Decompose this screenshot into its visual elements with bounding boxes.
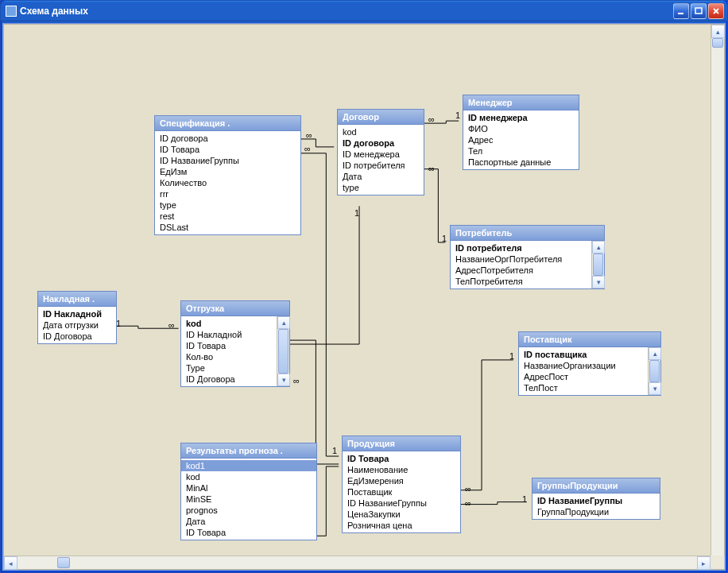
field[interactable]: Тел bbox=[463, 145, 579, 157]
entity-consumer[interactable]: Потребитель ID потребителя НазваниеОргПо… bbox=[450, 225, 605, 289]
field[interactable]: type bbox=[155, 199, 300, 211]
scroll-down-button[interactable]: ▾ bbox=[277, 374, 290, 386]
field[interactable]: Type bbox=[181, 362, 277, 374]
field[interactable]: ID НазваниеГруппы bbox=[343, 498, 460, 509]
field-pk[interactable]: kod bbox=[181, 318, 277, 329]
entity-title[interactable]: Отгрузка bbox=[181, 301, 289, 316]
field[interactable]: Паспортные данные bbox=[463, 157, 579, 168]
entity-title[interactable]: Поставщик bbox=[519, 332, 660, 347]
entity-manager[interactable]: Менеджер ID менеджера ФИО Адрес Тел Пасп… bbox=[463, 95, 579, 170]
field[interactable]: type bbox=[338, 182, 424, 193]
field[interactable]: ЕдИзм bbox=[155, 166, 300, 177]
field[interactable]: ID Товара bbox=[155, 144, 300, 155]
entity-supplier[interactable]: Поставщик ID поставщика НазваниеОрганиза… bbox=[518, 331, 661, 396]
field[interactable]: НазваниеОргПотребителя bbox=[451, 254, 591, 265]
entity-title[interactable]: Спецификация . bbox=[155, 116, 300, 131]
entity-scrollbar[interactable]: ▴ ▾ bbox=[591, 241, 604, 288]
scroll-up-button[interactable]: ▴ bbox=[592, 241, 605, 254]
field[interactable]: ID Накладной bbox=[181, 329, 277, 340]
entity-specification[interactable]: Спецификация . ID договора ID Товара ID … bbox=[154, 115, 301, 235]
rel-card: ∞ bbox=[306, 130, 312, 140]
field-pk[interactable]: ID Накладной bbox=[38, 308, 116, 319]
field[interactable]: Кол-во bbox=[181, 351, 277, 362]
rel-card: 1 bbox=[509, 351, 514, 361]
field[interactable]: ЦенаЗакупки bbox=[343, 509, 460, 520]
entity-contract[interactable]: Договор kod ID договора ID менеджера ID … bbox=[337, 109, 424, 196]
field[interactable]: kod bbox=[338, 126, 424, 137]
field-pk[interactable]: ID потребителя bbox=[451, 242, 591, 254]
minimize-button[interactable] bbox=[673, 3, 689, 19]
field-pk[interactable]: ID НазваниеГруппы bbox=[532, 495, 660, 506]
scroll-up-button[interactable]: ▴ bbox=[277, 316, 290, 329]
entity-field-list: ID НазваниеГруппы ГруппаПродукции bbox=[532, 494, 660, 519]
field[interactable]: MinAl bbox=[181, 482, 316, 494]
entity-field-list: ID Накладной Дата отгрузки ID Договора bbox=[38, 307, 116, 343]
svg-rect-0 bbox=[678, 13, 683, 14]
field[interactable]: ID Договора bbox=[38, 331, 116, 342]
entity-productgroup[interactable]: ГруппыПродукции ID НазваниеГруппы Группа… bbox=[532, 478, 660, 520]
maximize-button[interactable] bbox=[691, 3, 707, 19]
field[interactable]: Дата bbox=[181, 516, 316, 527]
entity-title[interactable]: ГруппыПродукции bbox=[532, 478, 660, 494]
field[interactable]: ID НазваниеГруппы bbox=[155, 155, 300, 166]
scroll-up-button[interactable]: ▴ bbox=[711, 25, 725, 38]
field[interactable]: ID Товара bbox=[181, 340, 277, 351]
field-pk[interactable]: ID договора bbox=[338, 137, 424, 149]
field[interactable]: ФИО bbox=[463, 123, 579, 134]
entity-product[interactable]: Продукция ID Товара Наименование ЕдИзмер… bbox=[342, 436, 461, 533]
field[interactable]: АдресПотребителя bbox=[451, 265, 591, 276]
field[interactable]: rest bbox=[155, 211, 300, 222]
scroll-right-button[interactable]: ▸ bbox=[697, 556, 711, 570]
entity-forecast[interactable]: Результаты прогноза . kod1 kod MinAl Min… bbox=[180, 443, 317, 540]
entity-title[interactable]: Договор bbox=[338, 110, 424, 125]
field-pk[interactable]: ID Товара bbox=[343, 453, 460, 464]
entity-scrollbar[interactable]: ▴ ▾ bbox=[277, 316, 289, 386]
field[interactable]: Наименование bbox=[343, 464, 460, 475]
scroll-down-button[interactable]: ▾ bbox=[592, 276, 605, 288]
field[interactable]: DSLast bbox=[155, 222, 300, 233]
field[interactable]: АдресПост bbox=[519, 371, 648, 382]
scroll-down-button[interactable]: ▾ bbox=[649, 382, 661, 395]
field[interactable]: Розничная цена bbox=[343, 520, 460, 531]
field-pk[interactable]: ID менеджера bbox=[463, 112, 579, 123]
field[interactable]: ID договора bbox=[155, 133, 300, 144]
titlebar[interactable]: Схема данных bbox=[1, 1, 727, 21]
field[interactable]: rrr bbox=[155, 188, 300, 199]
scroll-left-button[interactable]: ◂ bbox=[4, 556, 17, 570]
field[interactable]: Дата отгрузки bbox=[38, 319, 116, 331]
field[interactable]: ГруппаПродукции bbox=[532, 506, 660, 517]
entity-shipment[interactable]: Отгрузка kod ID Накладной ID Товара Кол-… bbox=[180, 300, 290, 387]
field[interactable]: ЕдИзмерения bbox=[343, 475, 460, 486]
canvas-vertical-scrollbar[interactable]: ▴ ▾ bbox=[711, 25, 724, 569]
field[interactable]: prognos bbox=[181, 505, 316, 516]
entity-title[interactable]: Менеджер bbox=[463, 95, 579, 110]
entity-invoice[interactable]: Накладная . ID Накладной Дата отгрузки I… bbox=[37, 291, 117, 344]
field[interactable]: ID менеджера bbox=[338, 149, 424, 160]
client-area: ∞ 1 ∞ 1 ∞ 1 1 ∞ 1 ∞ 1 ∞ ∞ 1 ∞ 1 Специфик… bbox=[2, 23, 726, 571]
field[interactable]: ID Товара bbox=[181, 527, 316, 538]
entity-title[interactable]: Потребитель bbox=[451, 226, 604, 241]
close-button[interactable] bbox=[708, 3, 724, 19]
entity-title[interactable]: Продукция bbox=[343, 436, 460, 451]
field[interactable]: Поставщик bbox=[343, 486, 460, 498]
field[interactable]: ТелПотребителя bbox=[451, 276, 591, 287]
field[interactable]: Дата bbox=[338, 171, 424, 182]
canvas-horizontal-scrollbar[interactable]: ◂ ▸ bbox=[4, 556, 711, 569]
field[interactable]: MinSE bbox=[181, 494, 316, 505]
scroll-up-button[interactable]: ▴ bbox=[649, 347, 661, 360]
field[interactable]: ID потребителя bbox=[338, 160, 424, 171]
relationship-canvas[interactable]: ∞ 1 ∞ 1 ∞ 1 1 ∞ 1 ∞ 1 ∞ ∞ 1 ∞ 1 Специфик… bbox=[3, 24, 725, 570]
field[interactable]: kod bbox=[181, 471, 316, 482]
field-selected[interactable]: kod1 bbox=[181, 460, 316, 471]
entity-title[interactable]: Результаты прогноза . bbox=[181, 443, 316, 459]
rel-card: 1 bbox=[332, 446, 337, 455]
field[interactable]: ID Договора bbox=[181, 374, 277, 385]
rel-card: ∞ bbox=[428, 164, 435, 173]
field[interactable]: ТелПост bbox=[519, 382, 648, 393]
field[interactable]: Адрес bbox=[463, 134, 579, 145]
field[interactable]: Количество bbox=[155, 177, 300, 188]
field[interactable]: НазваниеОрганизации bbox=[519, 360, 648, 371]
entity-scrollbar[interactable]: ▴ ▾ bbox=[648, 347, 660, 395]
entity-title[interactable]: Накладная . bbox=[38, 292, 116, 307]
field-pk[interactable]: ID поставщика bbox=[519, 349, 648, 360]
